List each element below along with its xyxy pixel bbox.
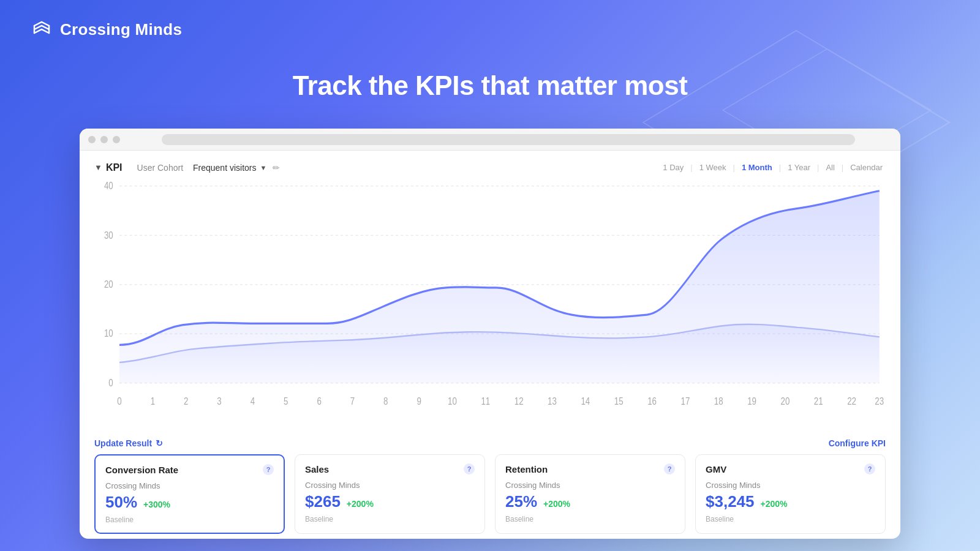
svg-text:20: 20 [781, 395, 790, 407]
svg-text:23: 23 [875, 395, 884, 407]
filter-1day[interactable]: 1 Day [660, 162, 687, 173]
svg-text:17: 17 [680, 395, 690, 407]
svg-text:16: 16 [647, 395, 657, 407]
kpi-card-title-conversion: Conversion Rate [105, 465, 178, 475]
kpi-card-header-gmv: GMV ? [706, 463, 875, 474]
svg-text:2: 2 [184, 395, 188, 407]
kpi-change-retention: +200% [543, 499, 570, 509]
svg-text:20: 20 [104, 278, 113, 290]
kpi-card-title-sales: Sales [305, 464, 329, 474]
update-result-label: Update Result [94, 438, 152, 448]
cohort-dropdown[interactable]: Frequent visitors ▼ [193, 163, 266, 173]
kpi-info-icon-retention[interactable]: ? [664, 463, 675, 474]
svg-text:10: 10 [104, 328, 113, 339]
kpi-baseline-retention: Baseline [505, 515, 675, 523]
svg-text:13: 13 [548, 395, 557, 407]
kpi-cards: Conversion Rate ? Crossing Minds 50% +30… [94, 454, 886, 539]
svg-text:7: 7 [350, 395, 355, 407]
svg-text:21: 21 [814, 395, 823, 407]
user-cohort-label: User Cohort [137, 163, 183, 173]
svg-text:12: 12 [514, 395, 524, 407]
kpi-values-conversion: 50% +300% [105, 493, 274, 512]
address-bar [162, 134, 855, 145]
kpi-company-conversion: Crossing Minds [105, 481, 274, 490]
kpi-values-gmv: $3,245 +200% [706, 492, 875, 511]
update-result-button[interactable]: Update Result ↻ [94, 438, 163, 448]
filter-all[interactable]: All [823, 162, 837, 173]
svg-text:14: 14 [581, 395, 590, 407]
kpi-info-icon-gmv[interactable]: ? [864, 463, 875, 474]
svg-text:11: 11 [481, 395, 490, 407]
filter-1month[interactable]: 1 Month [739, 162, 775, 173]
kpi-baseline-gmv: Baseline [706, 515, 875, 523]
dashboard-window: ▼ KPI User Cohort Frequent visitors ▼ ✏ … [80, 129, 900, 539]
kpi-info-icon-conversion[interactable]: ? [263, 464, 274, 475]
kpi-values-retention: 25% +200% [505, 492, 675, 511]
kpi-card-retention[interactable]: Retention ? Crossing Minds 25% +200% Bas… [495, 454, 685, 534]
svg-text:22: 22 [847, 395, 856, 407]
svg-text:0: 0 [117, 395, 121, 407]
kpi-label: KPI [106, 162, 123, 173]
logo-icon [31, 18, 53, 40]
kpi-arrow-icon: ▼ [94, 163, 102, 172]
chart-container: 40 30 20 10 0 [94, 178, 886, 432]
svg-text:30: 30 [104, 229, 113, 241]
kpi-card-title-retention: Retention [505, 464, 548, 474]
filter-1week[interactable]: 1 Week [696, 162, 729, 173]
window-dot-green [113, 136, 120, 143]
kpi-main-value-sales: $265 [305, 492, 341, 511]
kpi-card-gmv[interactable]: GMV ? Crossing Minds $3,245 +200% Baseli… [695, 454, 886, 534]
svg-text:6: 6 [317, 395, 321, 407]
chevron-down-icon: ▼ [260, 164, 267, 171]
brand-name: Crossing Minds [60, 20, 182, 39]
svg-text:18: 18 [714, 395, 723, 407]
bottom-actions: Update Result ↻ Configure KPI [94, 438, 886, 448]
kpi-company-gmv: Crossing Minds [706, 481, 875, 490]
kpi-card-conversion-rate[interactable]: Conversion Rate ? Crossing Minds 50% +30… [94, 454, 285, 534]
svg-text:4: 4 [251, 395, 255, 407]
kpi-card-header-sales: Sales ? [305, 463, 475, 474]
top-bar: Crossing Minds [31, 18, 182, 40]
edit-icon[interactable]: ✏ [273, 163, 280, 173]
svg-text:19: 19 [747, 395, 756, 407]
hero-title: Track the KPIs that matter most [0, 70, 980, 101]
chart-svg: 40 30 20 10 0 [94, 178, 886, 432]
kpi-card-title-gmv: GMV [706, 464, 726, 474]
svg-text:40: 40 [104, 180, 113, 192]
kpi-baseline-sales: Baseline [305, 515, 475, 523]
window-dot-red [88, 136, 96, 143]
refresh-icon: ↻ [156, 438, 163, 448]
kpi-baseline-conversion: Baseline [105, 515, 274, 524]
kpi-change-gmv: +200% [761, 499, 788, 509]
bottom-section: Update Result ↻ Configure KPI Conversion… [94, 432, 886, 539]
configure-kpi-button[interactable]: Configure KPI [829, 438, 886, 448]
kpi-header: ▼ KPI User Cohort Frequent visitors ▼ ✏ … [94, 162, 886, 173]
svg-text:10: 10 [448, 395, 457, 407]
svg-text:0: 0 [108, 377, 113, 388]
svg-text:8: 8 [383, 395, 388, 407]
kpi-change-sales: +200% [347, 499, 374, 509]
kpi-main-value-conversion: 50% [105, 493, 137, 512]
kpi-card-header-retention: Retention ? [505, 463, 675, 474]
window-dot-yellow [100, 136, 108, 143]
dashboard-content: ▼ KPI User Cohort Frequent visitors ▼ ✏ … [80, 151, 900, 539]
kpi-main-value-gmv: $3,245 [706, 492, 755, 511]
kpi-values-sales: $265 +200% [305, 492, 475, 511]
cohort-selected-value: Frequent visitors [193, 163, 256, 173]
kpi-change-conversion: +300% [143, 500, 170, 509]
filter-calendar[interactable]: Calendar [847, 162, 886, 173]
kpi-main-value-retention: 25% [505, 492, 537, 511]
window-chrome [80, 129, 900, 151]
kpi-card-header-conversion: Conversion Rate ? [105, 464, 274, 475]
kpi-company-retention: Crossing Minds [505, 481, 675, 490]
kpi-info-icon-sales[interactable]: ? [464, 463, 475, 474]
filter-1year[interactable]: 1 Year [785, 162, 813, 173]
svg-text:9: 9 [417, 395, 421, 407]
kpi-card-sales[interactable]: Sales ? Crossing Minds $265 +200% Baseli… [295, 454, 485, 534]
time-filters: 1 Day | 1 Week | 1 Month | 1 Year | All … [660, 162, 886, 173]
svg-text:5: 5 [284, 395, 288, 407]
svg-text:1: 1 [151, 395, 155, 407]
kpi-company-sales: Crossing Minds [305, 481, 475, 490]
svg-text:3: 3 [217, 395, 221, 407]
svg-text:15: 15 [614, 395, 624, 407]
